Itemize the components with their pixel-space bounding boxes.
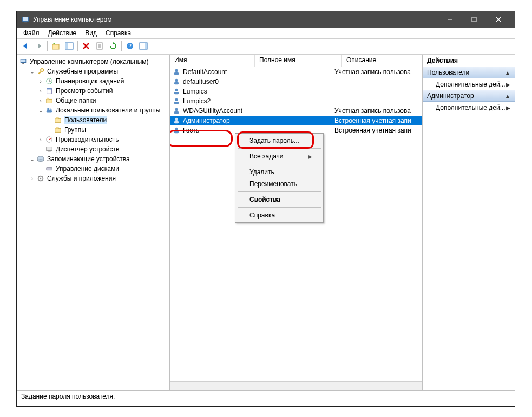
actions-more-administrator[interactable]: Дополнительные дей... ▶ [423,102,515,114]
app-icon [21,15,30,24]
properties-button[interactable] [93,39,106,52]
titlebar[interactable]: Управление компьютером [17,11,515,28]
actions-group-users[interactable]: Пользователи ▲ [423,67,515,78]
horizontal-scrollbar[interactable] [170,381,422,390]
column-fullname[interactable]: Полное имя [255,55,342,67]
svg-rect-21 [21,60,26,62]
chevron-right-icon: ▶ [506,82,510,88]
svg-point-45 [40,178,42,180]
list-body[interactable]: DefaultAccount Учетная запись пользова d… [170,67,422,381]
help-button[interactable]: ? [123,39,136,52]
performance-icon [45,135,54,144]
forward-button[interactable] [32,39,45,52]
menu-action[interactable]: Действие [44,28,81,38]
tree-root[interactable]: Управление компьютером (локальным) [17,57,169,67]
collapse-icon[interactable]: ⌄ [28,68,36,75]
svg-rect-59 [174,131,179,133]
services-icon [36,174,45,183]
tree-event-viewer[interactable]: ›Просмотр событий [17,86,169,96]
expand-icon[interactable]: › [28,175,36,182]
user-icon [172,107,181,115]
context-separator [238,207,321,208]
actions-more-users[interactable]: Дополнительные дей... ▶ [423,78,515,90]
statusbar: Задание пароля пользователя. [17,390,515,406]
expand-icon[interactable]: › [36,97,45,104]
tree-users[interactable]: Пользователи [17,115,169,125]
minimize-button[interactable] [437,11,462,28]
svg-point-46 [175,69,178,72]
list-row[interactable]: Lumpics2 [170,96,422,106]
svg-point-23 [41,69,43,71]
actions-group-administrator[interactable]: Администратор ▲ [423,90,515,102]
event-icon [45,87,54,95]
context-help[interactable]: Справка [237,209,322,221]
svg-rect-2 [24,22,27,23]
list-row[interactable]: DefaultAccount Учетная запись пользова [170,67,422,77]
tree-task-scheduler[interactable]: ›Планировщик заданий [17,76,169,86]
tree-shared-folders[interactable]: ›Общие папки [17,96,169,105]
tree-disk-management[interactable]: Управление дисками [17,164,169,174]
menu-view[interactable]: Вид [81,28,101,38]
context-all-tasks[interactable]: Все задачи▶ [237,150,322,162]
disk-icon [45,164,54,173]
svg-point-52 [175,98,178,101]
show-hide-tree-button[interactable] [63,39,76,52]
up-button[interactable] [49,39,62,52]
svg-rect-51 [174,92,179,94]
close-button[interactable] [486,11,510,28]
list-row-selected[interactable]: Администратор Встроенная учетная запи [170,116,422,125]
chevron-up-icon[interactable]: ▲ [505,93,510,99]
chevron-up-icon[interactable]: ▲ [505,70,510,76]
expand-icon[interactable]: › [36,78,45,84]
svg-rect-29 [47,99,52,103]
svg-rect-53 [174,102,179,104]
list-row[interactable]: WDAGUtilityAccount Учетная запись пользо… [170,106,422,116]
svg-rect-1 [23,17,28,21]
back-button[interactable] [19,39,32,52]
expand-icon[interactable]: › [36,88,45,94]
tree-performance[interactable]: ›Производительность [17,135,169,144]
tree-services-apps[interactable]: ›Службы и приложения [17,174,169,183]
svg-rect-37 [47,147,52,151]
svg-rect-19 [145,43,147,49]
list-header[interactable]: Имя Полное имя Описание [170,55,422,67]
folder-icon [54,125,62,134]
context-menu[interactable]: Задать пароль... Все задачи▶ Удалить Пер… [235,133,324,223]
maximize-button[interactable] [462,11,486,28]
context-delete[interactable]: Удалить [237,166,322,178]
clock-icon [45,77,54,85]
actions-title: Действия [423,55,515,67]
column-name[interactable]: Имя [170,55,255,67]
svg-rect-34 [55,128,61,132]
computer-management-window: Управление компьютером Файл Действие Вид… [16,11,515,407]
refresh-button[interactable] [107,39,120,52]
menu-file[interactable]: Файл [19,28,44,38]
column-description[interactable]: Описание [342,55,422,67]
collapse-icon[interactable]: ⌄ [28,156,36,163]
tree-system-tools[interactable]: ⌄Служебные программы [17,67,169,76]
tree-device-manager[interactable]: Диспетчер устройств [17,144,169,154]
body: Управление компьютером (локальным) ⌄Служ… [17,55,515,390]
tree-pane[interactable]: Управление компьютером (локальным) ⌄Служ… [17,55,170,390]
menubar: Файл Действие Вид Справка [17,28,515,39]
show-hide-action-pane-button[interactable] [137,39,150,52]
svg-rect-32 [47,110,52,112]
user-icon [172,77,181,86]
menu-help[interactable]: Справка [101,28,135,38]
svg-rect-28 [47,88,52,90]
tree-local-users-groups[interactable]: ⌄Локальные пользователи и группы [17,105,169,115]
collapse-icon[interactable]: ⌄ [36,107,45,114]
user-icon [172,68,181,76]
list-row[interactable]: defaultuser0 [170,77,422,87]
context-set-password[interactable]: Задать пароль... [237,135,322,147]
svg-point-56 [175,118,178,121]
expand-icon[interactable]: › [36,136,45,143]
context-properties[interactable]: Свойства [237,194,322,206]
delete-button[interactable] [80,39,93,52]
tree-groups[interactable]: Группы [17,125,169,135]
user-icon [172,126,181,135]
context-rename[interactable]: Переименовать [237,178,322,190]
list-row[interactable]: Lumpics [170,87,422,96]
svg-rect-9 [65,43,68,49]
tree-storage[interactable]: ⌄Запоминающие устройства [17,154,169,164]
